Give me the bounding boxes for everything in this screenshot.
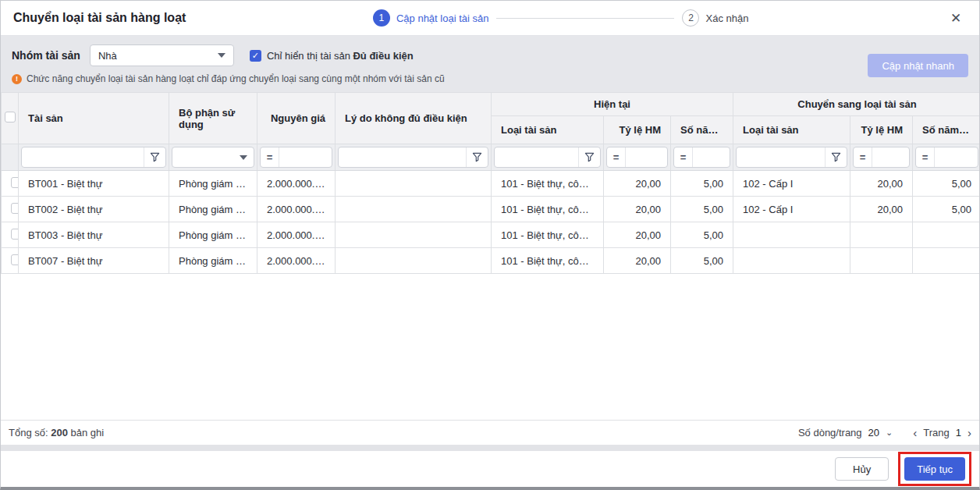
col-header-new-rate[interactable]: Tỷ lệ HM [850, 116, 913, 144]
filter-funnel-icon[interactable] [466, 147, 488, 167]
row-checkbox[interactable] [11, 203, 19, 214]
bulk-asset-type-change-dialog: Chuyển loại tài sản hàng loạt 1 Cập nhật… [0, 0, 980, 490]
stepper: 1 Cập nhật loại tài sản 2 Xác nhận [186, 9, 936, 27]
filter-funnel-icon[interactable] [578, 147, 600, 167]
cell-current-rate: 20,00 [604, 171, 671, 197]
filter-new-type-input[interactable] [737, 147, 825, 167]
prev-page-icon[interactable]: ‹ [913, 427, 917, 439]
select-all-checkbox[interactable] [5, 112, 16, 123]
checkbox-checked-icon[interactable]: ✓ [250, 50, 261, 62]
filter-new-years-input[interactable] [935, 147, 978, 167]
info-note-text: Chức năng chuyển loại tài sản hàng loạt … [27, 73, 445, 84]
cancel-button[interactable]: Hủy [835, 457, 889, 481]
cell-current-years: 5,00 [671, 197, 733, 222]
col-header-asset[interactable]: Tài sản [19, 93, 169, 144]
continue-button[interactable]: Tiếp tục [904, 457, 965, 481]
filter-reason-cell [336, 144, 492, 171]
filter-operator-equals[interactable]: = [674, 147, 693, 167]
cell-new-years[interactable]: 5,00 [913, 197, 979, 222]
cell-current-rate: 20,00 [604, 222, 671, 248]
cell-new-years[interactable]: 5,00 [913, 171, 979, 197]
page-value[interactable]: 1 [956, 427, 961, 439]
title-bar: Chuyển loại tài sản hàng loạt 1 Cập nhật… [1, 1, 979, 36]
col-header-reason[interactable]: Lý do không đủ điều kiện [336, 93, 492, 144]
chevron-down-icon[interactable] [233, 155, 254, 160]
filter-operator-equals[interactable]: = [854, 147, 872, 167]
filter-cost-input[interactable] [279, 147, 332, 167]
eligible-only-checkbox-wrap[interactable]: ✓ Chỉ hiển thị tài sản Đủ điều kiện [250, 50, 414, 62]
asset-group-select[interactable]: Nhà [90, 44, 234, 66]
filter-reason-input[interactable] [339, 147, 466, 167]
filter-new-rate-input[interactable] [872, 147, 909, 167]
page-title: Chuyển loại tài sản hàng loạt [13, 11, 186, 25]
step-2-confirm[interactable]: 2 Xác nhận [682, 9, 748, 27]
col-header-current-rate[interactable]: Tỷ lệ HM [604, 116, 671, 144]
filter-funnel-icon[interactable] [825, 147, 847, 167]
total-records: Tổng số: 200 bản ghi [9, 427, 104, 439]
col-header-current-type[interactable]: Loại tài sản [492, 116, 604, 144]
select-all-checkbox-cell [2, 93, 19, 144]
filter-funnel-icon[interactable] [144, 147, 165, 167]
filter-current-rate-cell: = [604, 144, 671, 171]
filter-current-type-cell [492, 144, 604, 171]
row-checkbox[interactable] [11, 254, 19, 265]
filter-operator-equals[interactable]: = [261, 147, 279, 167]
step-1-update-asset-type[interactable]: 1 Cập nhật loại tài sản [373, 9, 489, 27]
cell-current-years: 5,00 [671, 248, 733, 274]
col-header-cost[interactable]: Nguyên giá [257, 93, 336, 144]
cell-reason [336, 171, 492, 197]
asset-table-area: Tài sản Bộ phận sử dụng Nguyên giá Lý do… [1, 92, 979, 420]
col-header-department[interactable]: Bộ phận sử dụng [169, 93, 257, 144]
close-icon[interactable]: ✕ [945, 7, 967, 29]
col-header-current-years[interactable]: Số năm SD [671, 116, 733, 144]
col-header-new-type[interactable]: Loại tài sản [733, 116, 850, 144]
cell-asset: BT003 - Biệt thự [19, 222, 169, 248]
cell-current-rate: 20,00 [604, 248, 671, 274]
toolbar: Nhóm tài sản Nhà ✓ Chỉ hiển thị tài sản … [1, 36, 979, 92]
table-row[interactable]: BT007 - Biệt thự Phòng giám đốc 2.000.00… [2, 248, 980, 274]
filter-new-rate-cell: = [850, 144, 913, 171]
table-row[interactable]: BT003 - Biệt thự Phòng giám đốc 2.000.00… [2, 222, 980, 248]
cell-current-type: 101 - Biệt thự, công tr... [492, 197, 604, 222]
total-suffix: bản ghi [68, 427, 104, 439]
cell-new-type[interactable] [733, 222, 850, 248]
cell-new-rate[interactable]: 20,00 [850, 171, 913, 197]
filter-department-input[interactable] [172, 147, 233, 167]
cell-new-rate[interactable]: 20,00 [850, 197, 913, 222]
filter-new-years-cell: = [913, 144, 979, 171]
filter-operator-equals[interactable]: = [916, 147, 935, 167]
cell-new-type[interactable]: 102 - Cấp I [733, 171, 850, 197]
quick-update-button[interactable]: Cập nhật nhanh [868, 54, 968, 77]
col-header-new-years[interactable]: Số năm SD [913, 116, 979, 144]
chevron-down-icon[interactable]: ⌄ [886, 428, 893, 437]
filter-current-years-input[interactable] [693, 147, 730, 167]
row-checkbox[interactable] [11, 229, 19, 240]
rows-per-page-value[interactable]: 20 [868, 427, 879, 439]
next-page-icon[interactable]: › [968, 427, 971, 439]
cell-new-years[interactable] [913, 248, 979, 274]
cell-current-years: 5,00 [671, 171, 733, 197]
filter-current-type-input[interactable] [495, 147, 578, 167]
row-checkbox[interactable] [11, 177, 19, 188]
filter-current-rate-input[interactable] [626, 147, 667, 167]
cell-department: Phòng giám đốc [169, 248, 257, 274]
filter-asset-input[interactable] [22, 147, 144, 167]
cell-department: Phòng giám đốc [169, 197, 257, 222]
cell-current-type: 101 - Biệt thự, công tr... [492, 248, 604, 274]
filter-department-cell [169, 144, 257, 171]
cell-new-type[interactable]: 102 - Cấp I [733, 197, 850, 222]
step-1-label: Cập nhật loại tài sản [396, 12, 489, 24]
cell-new-type[interactable] [733, 248, 850, 274]
cell-current-years: 5,00 [671, 222, 733, 248]
asset-table: Tài sản Bộ phận sử dụng Nguyên giá Lý do… [1, 92, 979, 274]
cell-new-rate[interactable] [850, 248, 913, 274]
table-row[interactable]: BT001 - Biệt thự Phòng giám đốc 2.000.00… [2, 171, 980, 197]
cell-new-rate[interactable] [850, 222, 913, 248]
footer-divider [1, 445, 979, 451]
cell-new-years[interactable] [913, 222, 979, 248]
cell-asset: BT002 - Biệt thự [19, 197, 169, 222]
cell-department: Phòng giám đốc [169, 171, 257, 197]
filter-operator-equals[interactable]: = [607, 147, 626, 167]
stepper-connector [496, 18, 674, 19]
table-row[interactable]: BT002 - Biệt thự Phòng giám đốc 2.000.00… [2, 197, 980, 222]
